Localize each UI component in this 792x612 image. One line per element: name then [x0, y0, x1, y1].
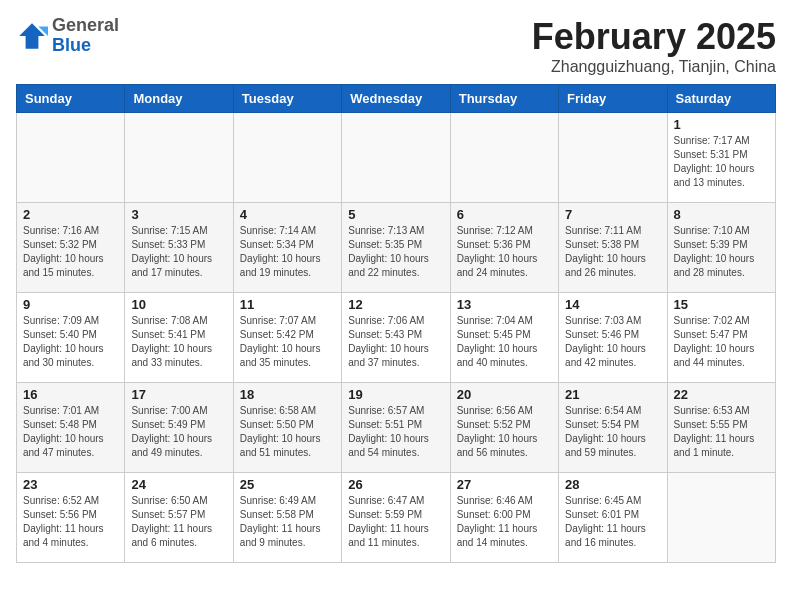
day-number: 5 [348, 207, 443, 222]
day-info: Sunrise: 6:45 AM Sunset: 6:01 PM Dayligh… [565, 494, 660, 550]
day-number: 7 [565, 207, 660, 222]
calendar-cell: 14Sunrise: 7:03 AM Sunset: 5:46 PM Dayli… [559, 293, 667, 383]
day-info: Sunrise: 6:46 AM Sunset: 6:00 PM Dayligh… [457, 494, 552, 550]
day-info: Sunrise: 7:04 AM Sunset: 5:45 PM Dayligh… [457, 314, 552, 370]
calendar-cell: 25Sunrise: 6:49 AM Sunset: 5:58 PM Dayli… [233, 473, 341, 563]
day-info: Sunrise: 7:14 AM Sunset: 5:34 PM Dayligh… [240, 224, 335, 280]
calendar-cell: 8Sunrise: 7:10 AM Sunset: 5:39 PM Daylig… [667, 203, 775, 293]
day-number: 21 [565, 387, 660, 402]
calendar-cell: 20Sunrise: 6:56 AM Sunset: 5:52 PM Dayli… [450, 383, 558, 473]
day-number: 27 [457, 477, 552, 492]
day-number: 10 [131, 297, 226, 312]
calendar-cell: 15Sunrise: 7:02 AM Sunset: 5:47 PM Dayli… [667, 293, 775, 383]
calendar-cell: 7Sunrise: 7:11 AM Sunset: 5:38 PM Daylig… [559, 203, 667, 293]
day-info: Sunrise: 7:03 AM Sunset: 5:46 PM Dayligh… [565, 314, 660, 370]
calendar-week-row: 2Sunrise: 7:16 AM Sunset: 5:32 PM Daylig… [17, 203, 776, 293]
calendar-cell: 3Sunrise: 7:15 AM Sunset: 5:33 PM Daylig… [125, 203, 233, 293]
logo-blue: Blue [52, 36, 119, 56]
day-info: Sunrise: 7:07 AM Sunset: 5:42 PM Dayligh… [240, 314, 335, 370]
day-number: 14 [565, 297, 660, 312]
calendar-week-row: 9Sunrise: 7:09 AM Sunset: 5:40 PM Daylig… [17, 293, 776, 383]
day-info: Sunrise: 7:09 AM Sunset: 5:40 PM Dayligh… [23, 314, 118, 370]
day-number: 28 [565, 477, 660, 492]
calendar-cell: 28Sunrise: 6:45 AM Sunset: 6:01 PM Dayli… [559, 473, 667, 563]
day-info: Sunrise: 7:16 AM Sunset: 5:32 PM Dayligh… [23, 224, 118, 280]
logo-icon [16, 20, 48, 52]
calendar-cell: 2Sunrise: 7:16 AM Sunset: 5:32 PM Daylig… [17, 203, 125, 293]
day-number: 17 [131, 387, 226, 402]
day-info: Sunrise: 7:02 AM Sunset: 5:47 PM Dayligh… [674, 314, 769, 370]
weekday-header-monday: Monday [125, 85, 233, 113]
weekday-header-wednesday: Wednesday [342, 85, 450, 113]
day-number: 16 [23, 387, 118, 402]
day-number: 24 [131, 477, 226, 492]
day-number: 11 [240, 297, 335, 312]
calendar-cell: 10Sunrise: 7:08 AM Sunset: 5:41 PM Dayli… [125, 293, 233, 383]
page-header: General Blue February 2025 Zhangguizhuan… [16, 16, 776, 76]
calendar-cell: 23Sunrise: 6:52 AM Sunset: 5:56 PM Dayli… [17, 473, 125, 563]
calendar-cell [125, 113, 233, 203]
day-info: Sunrise: 7:10 AM Sunset: 5:39 PM Dayligh… [674, 224, 769, 280]
calendar-cell: 18Sunrise: 6:58 AM Sunset: 5:50 PM Dayli… [233, 383, 341, 473]
day-number: 3 [131, 207, 226, 222]
calendar-week-row: 1Sunrise: 7:17 AM Sunset: 5:31 PM Daylig… [17, 113, 776, 203]
calendar-cell: 19Sunrise: 6:57 AM Sunset: 5:51 PM Dayli… [342, 383, 450, 473]
day-number: 8 [674, 207, 769, 222]
calendar-cell: 4Sunrise: 7:14 AM Sunset: 5:34 PM Daylig… [233, 203, 341, 293]
calendar-cell [559, 113, 667, 203]
day-number: 19 [348, 387, 443, 402]
day-info: Sunrise: 7:06 AM Sunset: 5:43 PM Dayligh… [348, 314, 443, 370]
day-info: Sunrise: 7:12 AM Sunset: 5:36 PM Dayligh… [457, 224, 552, 280]
calendar-week-row: 23Sunrise: 6:52 AM Sunset: 5:56 PM Dayli… [17, 473, 776, 563]
day-info: Sunrise: 7:17 AM Sunset: 5:31 PM Dayligh… [674, 134, 769, 190]
day-info: Sunrise: 6:50 AM Sunset: 5:57 PM Dayligh… [131, 494, 226, 550]
day-info: Sunrise: 6:53 AM Sunset: 5:55 PM Dayligh… [674, 404, 769, 460]
day-number: 2 [23, 207, 118, 222]
calendar-week-row: 16Sunrise: 7:01 AM Sunset: 5:48 PM Dayli… [17, 383, 776, 473]
day-info: Sunrise: 6:56 AM Sunset: 5:52 PM Dayligh… [457, 404, 552, 460]
weekday-header-sunday: Sunday [17, 85, 125, 113]
day-number: 1 [674, 117, 769, 132]
day-info: Sunrise: 7:13 AM Sunset: 5:35 PM Dayligh… [348, 224, 443, 280]
calendar-cell: 6Sunrise: 7:12 AM Sunset: 5:36 PM Daylig… [450, 203, 558, 293]
calendar-cell: 26Sunrise: 6:47 AM Sunset: 5:59 PM Dayli… [342, 473, 450, 563]
day-info: Sunrise: 6:52 AM Sunset: 5:56 PM Dayligh… [23, 494, 118, 550]
title-block: February 2025 Zhangguizhuang, Tianjin, C… [532, 16, 776, 76]
day-number: 4 [240, 207, 335, 222]
day-info: Sunrise: 7:01 AM Sunset: 5:48 PM Dayligh… [23, 404, 118, 460]
calendar-subtitle: Zhangguizhuang, Tianjin, China [532, 58, 776, 76]
day-info: Sunrise: 6:47 AM Sunset: 5:59 PM Dayligh… [348, 494, 443, 550]
calendar-cell [17, 113, 125, 203]
day-info: Sunrise: 7:11 AM Sunset: 5:38 PM Dayligh… [565, 224, 660, 280]
day-number: 9 [23, 297, 118, 312]
calendar-cell: 5Sunrise: 7:13 AM Sunset: 5:35 PM Daylig… [342, 203, 450, 293]
day-number: 25 [240, 477, 335, 492]
calendar-cell: 22Sunrise: 6:53 AM Sunset: 5:55 PM Dayli… [667, 383, 775, 473]
calendar-table: SundayMondayTuesdayWednesdayThursdayFrid… [16, 84, 776, 563]
calendar-cell: 21Sunrise: 6:54 AM Sunset: 5:54 PM Dayli… [559, 383, 667, 473]
weekday-header-saturday: Saturday [667, 85, 775, 113]
day-number: 22 [674, 387, 769, 402]
weekday-header-tuesday: Tuesday [233, 85, 341, 113]
day-info: Sunrise: 6:54 AM Sunset: 5:54 PM Dayligh… [565, 404, 660, 460]
day-number: 6 [457, 207, 552, 222]
calendar-cell [667, 473, 775, 563]
weekday-header-friday: Friday [559, 85, 667, 113]
calendar-cell: 16Sunrise: 7:01 AM Sunset: 5:48 PM Dayli… [17, 383, 125, 473]
calendar-cell [342, 113, 450, 203]
day-number: 20 [457, 387, 552, 402]
weekday-header-thursday: Thursday [450, 85, 558, 113]
day-number: 18 [240, 387, 335, 402]
day-info: Sunrise: 6:49 AM Sunset: 5:58 PM Dayligh… [240, 494, 335, 550]
calendar-cell: 9Sunrise: 7:09 AM Sunset: 5:40 PM Daylig… [17, 293, 125, 383]
day-info: Sunrise: 6:57 AM Sunset: 5:51 PM Dayligh… [348, 404, 443, 460]
calendar-cell [233, 113, 341, 203]
calendar-cell: 27Sunrise: 6:46 AM Sunset: 6:00 PM Dayli… [450, 473, 558, 563]
calendar-cell: 17Sunrise: 7:00 AM Sunset: 5:49 PM Dayli… [125, 383, 233, 473]
calendar-cell: 12Sunrise: 7:06 AM Sunset: 5:43 PM Dayli… [342, 293, 450, 383]
day-number: 15 [674, 297, 769, 312]
calendar-cell: 13Sunrise: 7:04 AM Sunset: 5:45 PM Dayli… [450, 293, 558, 383]
day-info: Sunrise: 7:08 AM Sunset: 5:41 PM Dayligh… [131, 314, 226, 370]
day-info: Sunrise: 7:00 AM Sunset: 5:49 PM Dayligh… [131, 404, 226, 460]
day-info: Sunrise: 7:15 AM Sunset: 5:33 PM Dayligh… [131, 224, 226, 280]
